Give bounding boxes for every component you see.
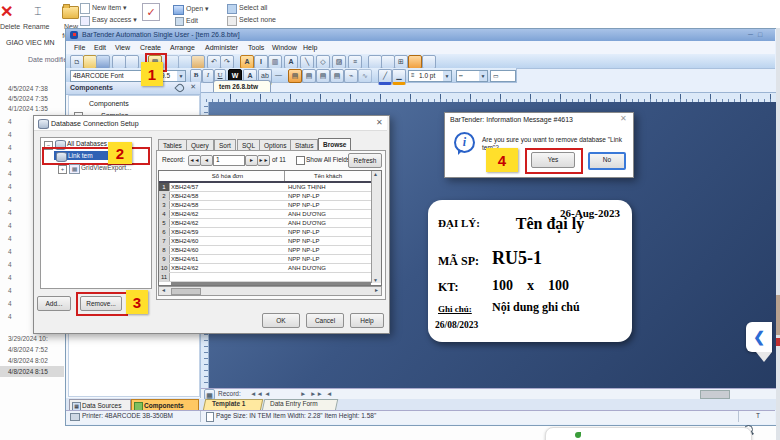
flip-icon[interactable]: ∿ [358, 69, 372, 83]
message-box-close-icon[interactable]: ✕ [620, 114, 627, 123]
edit-label[interactable]: Edit [186, 16, 198, 25]
table-row[interactable]: 9XBH24/61NPP NP-LP [159, 255, 371, 264]
fill-color-icon[interactable]: ▁ [392, 69, 406, 85]
picture-tool-icon[interactable]: ▨ [332, 55, 346, 69]
open-file-icon[interactable] [83, 55, 97, 69]
pin-icon[interactable] [174, 82, 185, 93]
refresh-button[interactable]: Refresh [348, 153, 382, 168]
components-root-item[interactable]: Components [89, 99, 129, 108]
menu-view[interactable]: View [115, 43, 130, 52]
record-next-icon[interactable]: ► [300, 390, 306, 398]
zoom-fit-icon[interactable]: ⊞ [394, 55, 408, 69]
redo-icon[interactable]: ↷ [220, 55, 234, 69]
table-row[interactable]: 11 [159, 273, 371, 282]
menu-administer[interactable]: Administer [205, 43, 238, 52]
chevron-down-icon[interactable]: ▼ [177, 71, 185, 81]
delete-icon[interactable]: ✕ [0, 2, 13, 21]
font-tool-icon[interactable]: A [284, 55, 298, 69]
expand-node-icon[interactable]: + [58, 165, 67, 174]
table-row[interactable]: 4XBH24/62ANH DƯƠNG [159, 210, 371, 219]
insert-text-icon[interactable]: I [254, 55, 268, 69]
record-prev-icon[interactable]: ◄ [264, 390, 270, 398]
scroll-right-icon[interactable]: ► [374, 287, 379, 293]
cancel-button[interactable]: Cancel [306, 313, 344, 328]
text-tool-icon[interactable]: A [240, 55, 254, 69]
zoom-out-icon[interactable] [381, 55, 395, 69]
close-icon[interactable]: ✕ [190, 83, 196, 91]
record-last-button[interactable]: ►► [257, 155, 270, 166]
align-right-icon[interactable]: ▤ [316, 69, 330, 83]
barcode-tool-icon[interactable]: ▥ [268, 55, 282, 69]
no-button[interactable]: No [588, 152, 626, 170]
menu-window[interactable]: Window [272, 43, 297, 52]
explorer-folder-label[interactable]: GIAO VIEC MN [6, 38, 55, 47]
label-preview[interactable]: 26-Aug-2023 ĐẠI LÝ: Tên đại lý MÃ SP: RU… [428, 200, 632, 342]
menu-arrange[interactable]: Arrange [170, 43, 195, 52]
line-style-combo[interactable]: ┅ ▼ [456, 70, 488, 82]
chevron-down-icon[interactable]: ▼ [479, 71, 487, 81]
scroll-left-icon[interactable]: ◄ [161, 287, 166, 293]
print-icon[interactable] [112, 55, 126, 69]
record-extra-icon[interactable]: ◄ [326, 390, 332, 398]
tab-browse[interactable]: Browse [318, 138, 351, 150]
open-label[interactable]: Open ▾ [186, 4, 209, 13]
rename-label[interactable]: Rename [23, 22, 49, 31]
border-style-combo[interactable]: ▭ [490, 70, 516, 82]
table-row[interactable]: 5XBH24/62ANH DƯƠNG [159, 219, 371, 228]
maximize-icon[interactable]: □ [758, 30, 762, 39]
tab-template-1-label[interactable]: Template 1 [212, 400, 245, 408]
chevron-down-icon[interactable]: ▼ [443, 71, 451, 81]
db-dialog-close-icon[interactable]: ✕ [376, 118, 383, 127]
print-preview-icon[interactable] [125, 55, 139, 69]
add-button[interactable]: Add... [37, 296, 71, 311]
checkbox-icon[interactable]: ✓ [142, 3, 160, 21]
new-document-icon[interactable]: 🗅 [70, 55, 84, 69]
toolbox-icon[interactable] [408, 55, 422, 69]
tab-data-entry-form-label[interactable]: Data Entry Form [270, 400, 318, 408]
bold-icon[interactable]: B [190, 69, 202, 83]
record-prev-button[interactable]: ◄ [200, 155, 213, 166]
record-last-icon[interactable]: ►► [310, 390, 323, 398]
shape-tool-icon[interactable]: ◇ [316, 55, 330, 69]
show-all-fields-checkbox[interactable] [296, 156, 305, 165]
horizontal-scrollbar[interactable]: ◄ ► [158, 286, 382, 296]
help-button[interactable]: Help [350, 313, 384, 328]
new-item-label[interactable]: New item ▾ [92, 3, 127, 12]
menu-create[interactable]: Create [140, 43, 161, 52]
column-header-invoice[interactable]: Số hóa đơn [171, 171, 285, 181]
data-sources-toolbar-icon[interactable] [422, 55, 436, 69]
column-header-customer[interactable]: Tên khách [288, 171, 368, 181]
table-row[interactable]: 1XBH24/57HUNG THỊNH [159, 183, 371, 192]
scroll-up-icon[interactable]: ▲ [373, 171, 378, 177]
record-number-field[interactable]: 1 [213, 155, 245, 166]
table-row[interactable]: 10XBH24/62ANH DƯƠNG [159, 264, 371, 273]
undo-icon[interactable]: ↶ [207, 55, 221, 69]
browse-table[interactable]: Số hóa đơn Tên khách 1XBH24/57HUNG THỊNH… [158, 170, 382, 286]
select-none-label[interactable]: Select none [239, 15, 276, 24]
easy-access-label[interactable]: Easy access ▾ [92, 15, 137, 24]
align-justify-icon[interactable]: ▤ [330, 69, 344, 83]
table-row[interactable]: 2XBH24/58NPP NP-LP [159, 192, 371, 201]
select-all-label[interactable]: Select all [239, 3, 267, 12]
zoom-in-icon[interactable] [368, 55, 382, 69]
vertical-scrollbar[interactable]: ▲ ▼ [371, 171, 381, 283]
table-row[interactable]: 3XBH24/58NPP NP-LP [159, 201, 371, 210]
cut-icon[interactable] [165, 55, 179, 69]
menu-file[interactable]: File [74, 43, 85, 52]
minimize-icon[interactable]: ─ [748, 30, 753, 39]
menu-tools[interactable]: Tools [248, 43, 264, 52]
rotate-icon[interactable]: ⌁ [344, 69, 358, 83]
paste-icon[interactable] [191, 55, 205, 69]
record-slider[interactable] [700, 390, 730, 399]
menu-help[interactable]: Help [303, 43, 317, 52]
collapse-panel-button[interactable]: ❮ [746, 322, 772, 352]
align-center-icon[interactable]: ▤ [302, 69, 316, 83]
table-row[interactable]: 7XBH24/60NPP NP-LP [159, 237, 371, 246]
record-first-icon[interactable]: ◄◄ [250, 390, 263, 398]
italic-icon[interactable]: I [202, 69, 214, 83]
tree-gridviewexport[interactable]: GridViewExport... [81, 164, 131, 172]
table-row[interactable]: 6XBH24/59NPP NP-LP [159, 228, 371, 237]
scroll-down-icon[interactable]: ▼ [373, 277, 378, 283]
table-row[interactable]: 8XBH24/60NPP NP-LP [159, 246, 371, 255]
copy-icon[interactable] [178, 55, 192, 69]
